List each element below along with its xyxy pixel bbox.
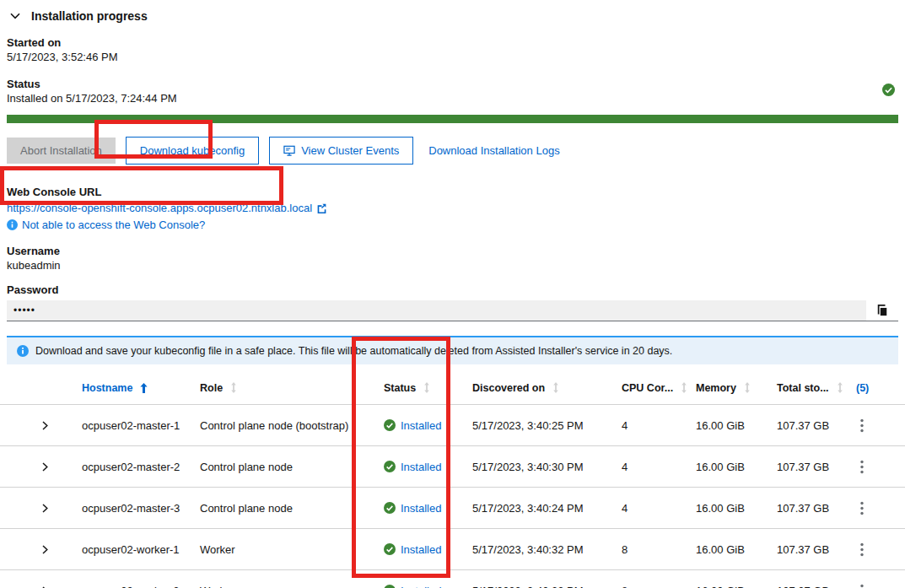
host-role: Control plane node (bootstrap) xyxy=(200,419,384,432)
alert-text: Download and save your kubeconfig file i… xyxy=(35,345,672,357)
header-role[interactable]: Role xyxy=(200,382,384,394)
started-on-value: 5/17/2023, 3:52:46 PM xyxy=(7,51,898,64)
web-console-url-link[interactable]: https://console-openshift-console.apps.o… xyxy=(7,202,312,214)
copy-icon xyxy=(876,304,888,317)
host-role: Control plane node xyxy=(200,461,384,473)
kebab-icon xyxy=(860,460,864,474)
host-role: Control plane node xyxy=(200,502,384,515)
host-total-storage: 107.37 GB xyxy=(777,585,856,588)
host-discovered-on: 5/17/2023, 3:40:32 PM xyxy=(472,543,622,556)
header-discovered-on[interactable]: Discovered on xyxy=(472,382,622,394)
host-discovered-on: 5/17/2023, 3:40:24 PM xyxy=(472,502,622,515)
host-cpu-cores: 4 xyxy=(622,461,696,473)
username-field: Username kubeadmin xyxy=(7,245,898,272)
username-value: kubeadmin xyxy=(7,259,898,272)
kebab-icon xyxy=(860,542,864,557)
info-circle-icon xyxy=(7,219,18,230)
row-kebab-menu[interactable] xyxy=(856,460,905,474)
row-expand-toggle[interactable] xyxy=(0,462,82,472)
host-memory: 16.00 GiB xyxy=(696,461,777,473)
host-status-link[interactable]: Installed xyxy=(401,585,441,588)
host-discovered-on: 5/17/2023, 3:40:30 PM xyxy=(472,461,622,473)
row-expand-toggle[interactable] xyxy=(0,545,82,554)
password-input[interactable] xyxy=(7,300,866,321)
host-status-link[interactable]: Installed xyxy=(401,461,441,473)
kebab-icon xyxy=(860,584,864,588)
row-expand-toggle[interactable] xyxy=(0,504,82,513)
host-status: Installed xyxy=(384,502,472,515)
started-on-label: Started on xyxy=(7,36,898,50)
host-status-link[interactable]: Installed xyxy=(401,502,441,515)
host-role: Worker xyxy=(200,543,384,556)
row-kebab-menu[interactable] xyxy=(856,584,905,588)
kubeconfig-info-alert: Download and save your kubeconfig file i… xyxy=(7,336,898,364)
header-memory[interactable]: Memory xyxy=(696,382,777,394)
host-status: Installed xyxy=(384,585,472,588)
angle-right-icon xyxy=(42,462,48,472)
sort-both-icon xyxy=(423,382,430,393)
password-label: Password xyxy=(7,283,898,297)
web-console-troubleshoot-link[interactable]: Not able to access the Web Console? xyxy=(7,218,205,231)
status-value: Installed on 5/17/2023, 7:24:44 PM xyxy=(7,92,898,105)
table-row: ocpuser02-worker-1 Worker Installed 5/17… xyxy=(0,529,905,570)
header-hostname[interactable]: Hostname xyxy=(82,382,200,394)
host-hostname: ocpuser02-worker-2 xyxy=(82,585,200,588)
hosts-table-header: Hostname Role Status Discovered on CPU C… xyxy=(0,371,905,405)
row-kebab-menu[interactable] xyxy=(856,501,905,515)
host-hostname: ocpuser02-worker-1 xyxy=(82,543,200,556)
status-label: Status xyxy=(7,78,898,91)
row-kebab-menu[interactable] xyxy=(856,418,905,433)
download-kubeconfig-button[interactable]: Download kubeconfig xyxy=(126,137,259,165)
hosts-table: Hostname Role Status Discovered on CPU C… xyxy=(0,371,905,588)
username-label: Username xyxy=(7,245,898,258)
host-discovered-on: 5/17/2023, 3:40:32 PM xyxy=(472,585,622,588)
check-circle-icon xyxy=(384,461,396,472)
host-status: Installed xyxy=(384,461,472,473)
password-field-block: Password xyxy=(7,283,898,297)
caret-down-icon[interactable] xyxy=(10,13,20,19)
abort-installation-button[interactable]: Abort Installation xyxy=(7,138,116,164)
status-field: Status Installed on 5/17/2023, 7:24:44 P… xyxy=(7,78,898,105)
check-circle-icon xyxy=(384,543,396,555)
kebab-icon xyxy=(860,501,864,515)
host-hostname: ocpuser02-master-2 xyxy=(82,461,200,473)
table-row: ocpuser02-master-1 Control plane node (b… xyxy=(0,405,905,446)
header-total-storage[interactable]: Total sto... xyxy=(777,382,856,394)
angle-right-icon xyxy=(42,504,48,513)
row-expand-toggle[interactable] xyxy=(0,421,82,430)
host-memory: 16.00 GiB xyxy=(696,585,777,588)
header-host-count[interactable]: (5) xyxy=(856,382,905,394)
sort-both-icon xyxy=(230,382,237,393)
troubleshoot-link-label: Not able to access the Web Console? xyxy=(22,218,205,231)
host-status: Installed xyxy=(384,419,472,432)
host-discovered-on: 5/17/2023, 3:40:25 PM xyxy=(472,419,622,432)
check-circle-icon xyxy=(384,419,396,431)
installation-progress-bar xyxy=(7,115,898,123)
section-header: Installation progress xyxy=(0,0,905,23)
sort-up-icon xyxy=(140,383,148,393)
host-hostname: ocpuser02-master-3 xyxy=(82,502,200,515)
row-kebab-menu[interactable] xyxy=(856,542,905,557)
installation-progress-page: Installation progress Started on 5/17/20… xyxy=(0,0,905,588)
progress-fill xyxy=(7,115,898,123)
header-cpu-cores[interactable]: CPU Cor... xyxy=(622,382,696,394)
password-row xyxy=(7,300,898,321)
table-row: ocpuser02-master-3 Control plane node In… xyxy=(0,488,905,529)
download-installation-logs-button[interactable]: Download Installation Logs xyxy=(422,138,566,164)
page-title: Installation progress xyxy=(31,9,148,23)
copy-password-button[interactable] xyxy=(866,300,898,321)
web-console-url-label: Web Console URL xyxy=(7,186,898,199)
host-cpu-cores: 4 xyxy=(622,419,696,432)
external-link-icon[interactable] xyxy=(316,202,327,213)
kebab-icon xyxy=(860,418,864,433)
host-memory: 16.00 GiB xyxy=(696,502,777,515)
view-cluster-events-button[interactable]: View Cluster Events xyxy=(269,137,413,165)
web-console-field: Web Console URL https://console-openshif… xyxy=(7,186,898,214)
host-status-link[interactable]: Installed xyxy=(401,419,441,432)
header-status[interactable]: Status xyxy=(384,382,472,394)
host-cpu-cores: 8 xyxy=(622,585,696,588)
monitor-events-icon xyxy=(283,145,295,156)
host-status-link[interactable]: Installed xyxy=(401,543,441,556)
angle-right-icon xyxy=(42,421,48,430)
host-memory: 16.00 GiB xyxy=(696,419,777,432)
